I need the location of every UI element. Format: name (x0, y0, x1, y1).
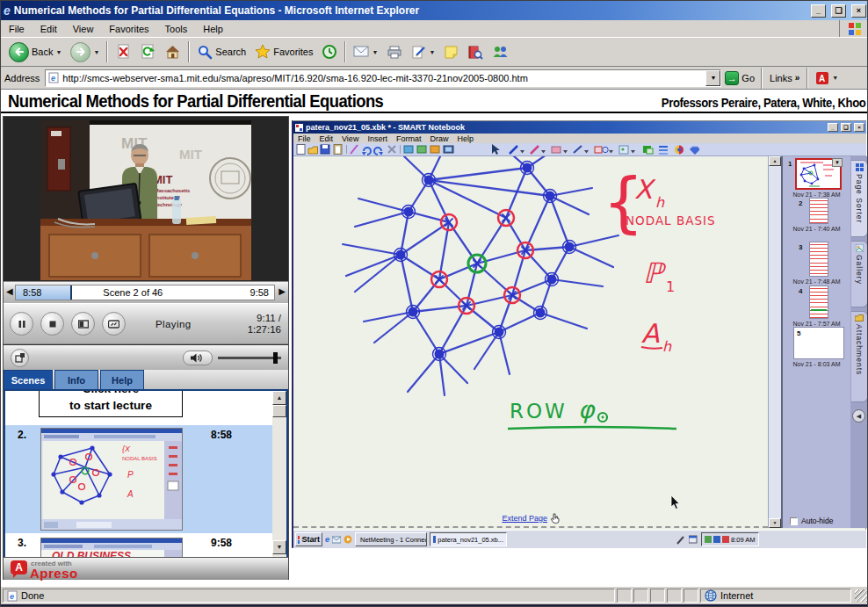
nb-group-tool-icon[interactable] (643, 146, 653, 154)
mail-dropdown-icon[interactable]: ▼ (372, 49, 378, 55)
nb-creative-pen-icon[interactable] (531, 146, 546, 154)
scene-3-thumbnail[interactable]: OLD BUSINESS (40, 538, 183, 557)
nb-file-tools[interactable] (297, 145, 342, 155)
stop-playback-button[interactable] (40, 312, 64, 336)
nb-minimize-icon[interactable]: _ (828, 123, 838, 132)
nb-edit-tools[interactable] (351, 145, 395, 155)
scene-2-thumbnail[interactable]: {X NODAL BASIS P A (40, 428, 183, 531)
favorites-button[interactable]: Favorites (250, 40, 317, 64)
menu-edit[interactable]: Edit (33, 22, 65, 36)
home-button[interactable] (160, 40, 185, 64)
volume-handle[interactable] (273, 352, 278, 364)
scene-progress-marker[interactable] (70, 285, 72, 300)
nb-color-tool-icon[interactable] (675, 146, 684, 155)
page-1-dropdown-icon[interactable]: ▼ (832, 158, 843, 167)
nb-menu-format[interactable]: Format (392, 134, 426, 143)
prev-scene-icon[interactable]: ◀ (6, 286, 13, 296)
menu-file[interactable]: File (1, 22, 33, 36)
tab-scenes[interactable]: Scenes (4, 370, 53, 389)
forward-button[interactable]: ▼ (66, 40, 104, 64)
research-button[interactable] (463, 40, 488, 64)
links-button[interactable]: Links » (765, 66, 804, 90)
tray-icon-3[interactable] (722, 536, 729, 543)
tray-icon-1[interactable] (705, 536, 712, 543)
quicklaunch-ie-icon[interactable]: e (325, 535, 329, 544)
scene-2-item[interactable]: 2. (5, 425, 272, 533)
page-thumbnail-2[interactable] (809, 198, 828, 224)
print-button[interactable] (382, 40, 407, 64)
popout-button[interactable] (11, 349, 29, 367)
auto-hide-checkbox[interactable]: Auto-hide (790, 517, 833, 525)
nb-pointer-tool-icon[interactable] (492, 144, 500, 155)
menu-tools[interactable]: Tools (157, 22, 196, 36)
tray-pen-icon[interactable] (676, 535, 685, 545)
page-thumbnail-3[interactable] (809, 242, 828, 277)
mute-button[interactable] (183, 350, 213, 365)
page-thumbnail-4[interactable] (809, 285, 828, 319)
edit-button[interactable]: ▼ (407, 40, 439, 64)
adobe-pdf-button[interactable]: A ▼ (811, 66, 843, 90)
quicklaunch-media-icon[interactable] (344, 535, 352, 544)
nb-line-tool-icon[interactable] (574, 146, 589, 154)
scene-progress[interactable]: 8:58 Scene 2 of 46 9:58 (15, 285, 275, 300)
mail-button[interactable]: ▼ (349, 40, 382, 64)
scene-3-item[interactable]: 3. OLD BUSINESS 9:58 (5, 533, 272, 557)
edit-dropdown-icon[interactable]: ▼ (429, 49, 435, 55)
tab-page-sorter[interactable]: Page Sorter (851, 160, 868, 237)
layout-toggle-button[interactable] (71, 312, 95, 336)
tab-attachments[interactable]: Attachments (851, 311, 868, 402)
nb-menu-insert[interactable]: Insert (363, 134, 392, 143)
forward-dropdown-icon[interactable]: ▼ (93, 49, 99, 55)
address-dropdown-icon[interactable]: ▼ (705, 70, 720, 86)
nb-canvas[interactable]: { X h NODAL BASIS ℙ 1 A h ROW φ (293, 156, 768, 528)
nb-scroll-up-icon[interactable]: ▲ (769, 156, 781, 166)
taskbar-notebook-button[interactable]: patera_nov21_05.xb... (430, 532, 507, 546)
tray-icon-2[interactable] (713, 536, 720, 543)
go-button[interactable]: → Go (721, 66, 758, 90)
nb-pen-tool-icon[interactable] (510, 146, 524, 154)
nb-menu-help[interactable]: Help (452, 134, 478, 143)
note-button[interactable] (439, 40, 463, 64)
address-input[interactable]: e http://smcs-webserver-sma1.mit.edu/sma… (45, 69, 721, 87)
start-button[interactable]: Start (295, 532, 322, 546)
maximize-button[interactable]: ❑ (831, 4, 846, 18)
history-button[interactable] (317, 40, 342, 64)
scroll-thumb[interactable] (272, 405, 286, 417)
nb-eraser-tool-icon[interactable] (552, 147, 568, 154)
nb-maximize-icon[interactable]: ❑ (841, 123, 851, 132)
pause-button[interactable] (10, 312, 33, 336)
extend-page-link[interactable]: Extend Page (293, 513, 768, 524)
scroll-up-icon[interactable]: ▲ (272, 391, 286, 405)
tab-info[interactable]: Info (54, 370, 98, 389)
tab-help[interactable]: Help (100, 370, 144, 389)
nb-gem-icon[interactable] (690, 147, 699, 155)
next-scene-icon[interactable]: ▶ (278, 286, 286, 296)
messenger-button[interactable] (488, 40, 513, 64)
menu-favorites[interactable]: Favorites (101, 22, 156, 36)
nb-menu-edit[interactable]: Edit (315, 134, 338, 143)
page-thumbnail-5[interactable] (793, 327, 844, 359)
links-chevron-icon[interactable]: » (795, 73, 800, 83)
search-button[interactable]: Search (192, 40, 250, 64)
close-button[interactable]: × (851, 4, 866, 18)
nb-menu-view[interactable]: View (337, 134, 363, 143)
scroll-down-icon[interactable]: ▼ (272, 540, 286, 554)
tray-window-icon[interactable] (689, 535, 698, 545)
collapse-sidebar-icon[interactable]: ◀ (852, 409, 865, 423)
nb-screen-tools[interactable] (404, 146, 453, 153)
back-button[interactable]: Back ▼ (4, 40, 66, 64)
checkbox-icon[interactable] (790, 517, 798, 525)
menu-help[interactable]: Help (195, 22, 231, 36)
nb-close-icon[interactable]: × (854, 123, 864, 132)
nb-menu-draw[interactable]: Draw (425, 134, 452, 143)
taskbar-netmeeting-button[interactable]: NetMeeting - 1 Connection (355, 532, 427, 546)
stop-button[interactable] (111, 40, 135, 64)
nb-menu-file[interactable]: File (293, 134, 315, 143)
scene-list-scrollbar[interactable]: ▲ ▼ (272, 391, 286, 557)
nb-picture-tool-icon[interactable] (619, 146, 635, 154)
resize-grip[interactable] (855, 589, 867, 602)
menu-view[interactable]: View (65, 22, 102, 36)
swap-view-button[interactable] (102, 312, 126, 336)
volume-slider[interactable] (218, 357, 281, 359)
back-dropdown-icon[interactable]: ▼ (55, 49, 61, 55)
